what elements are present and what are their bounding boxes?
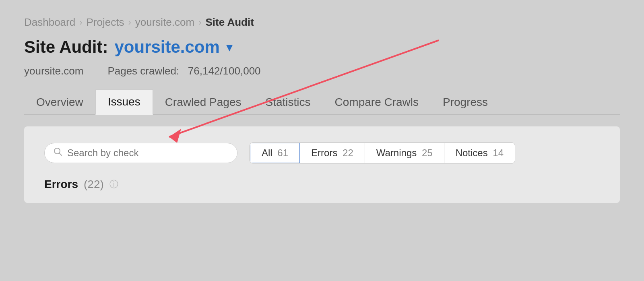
chevron-down-icon[interactable]: ▾ bbox=[226, 39, 233, 55]
filter-notices-count: 14 bbox=[493, 147, 504, 158]
nav-tabs: Overview Issues Crawled Pages Statistics… bbox=[24, 89, 620, 115]
tab-crawled-pages[interactable]: Crawled Pages bbox=[153, 90, 254, 114]
breadcrumb-dashboard[interactable]: Dashboard bbox=[24, 16, 75, 29]
page-wrapper: Dashboard › Projects › yoursite.com › Si… bbox=[0, 0, 644, 281]
page-title-label: Site Audit: bbox=[24, 37, 108, 57]
breadcrumb-site-audit: Site Audit bbox=[206, 16, 254, 29]
filter-warnings[interactable]: Warnings 25 bbox=[365, 143, 444, 163]
subtitle-row: yoursite.com Pages crawled: 76,142/100,0… bbox=[24, 65, 620, 77]
filter-errors[interactable]: Errors 22 bbox=[300, 143, 365, 163]
filter-errors-count: 22 bbox=[343, 147, 353, 158]
breadcrumb: Dashboard › Projects › yoursite.com › Si… bbox=[24, 16, 620, 29]
svg-line-1 bbox=[60, 153, 62, 156]
tab-statistics[interactable]: Statistics bbox=[254, 90, 323, 114]
filter-all[interactable]: All 61 bbox=[250, 143, 300, 163]
pages-crawled: Pages crawled: 76,142/100,000 bbox=[107, 65, 260, 77]
breadcrumb-sep-2: › bbox=[128, 17, 131, 28]
search-box[interactable] bbox=[44, 143, 237, 163]
filter-warnings-count: 25 bbox=[422, 147, 433, 158]
filter-all-count: 61 bbox=[277, 147, 288, 158]
filter-all-label: All bbox=[262, 147, 272, 158]
tab-issues[interactable]: Issues bbox=[95, 89, 153, 115]
errors-section: Errors (22) ⓘ bbox=[44, 178, 600, 191]
search-icon bbox=[54, 147, 62, 159]
tab-progress[interactable]: Progress bbox=[431, 90, 500, 114]
breadcrumb-sep-3: › bbox=[198, 17, 201, 28]
filter-errors-label: Errors bbox=[311, 147, 337, 158]
filter-buttons: All 61 Errors 22 Warnings 25 Notices 14 bbox=[250, 143, 515, 163]
errors-count: (22) bbox=[84, 178, 104, 191]
info-icon[interactable]: ⓘ bbox=[109, 178, 118, 190]
filter-warnings-label: Warnings bbox=[376, 147, 417, 158]
errors-label: Errors bbox=[44, 178, 78, 191]
tab-compare-crawls[interactable]: Compare Crawls bbox=[323, 90, 431, 114]
title-row: Site Audit: yoursite.com ▾ bbox=[24, 37, 620, 57]
tab-overview[interactable]: Overview bbox=[24, 90, 95, 114]
breadcrumb-site[interactable]: yoursite.com bbox=[135, 16, 194, 29]
site-selector[interactable]: yoursite.com bbox=[114, 37, 219, 57]
content-area: All 61 Errors 22 Warnings 25 Notices 14 bbox=[24, 126, 620, 203]
breadcrumb-sep-1: › bbox=[79, 17, 82, 28]
subtitle-site: yoursite.com bbox=[24, 65, 83, 77]
breadcrumb-projects[interactable]: Projects bbox=[87, 16, 124, 29]
filter-row: All 61 Errors 22 Warnings 25 Notices 14 bbox=[44, 143, 600, 163]
filter-notices-label: Notices bbox=[456, 147, 488, 158]
pages-crawled-label: Pages crawled: bbox=[107, 65, 179, 77]
pages-crawled-value: 76,142/100,000 bbox=[188, 65, 261, 77]
filter-notices[interactable]: Notices 14 bbox=[444, 143, 515, 163]
search-input[interactable] bbox=[67, 147, 228, 159]
